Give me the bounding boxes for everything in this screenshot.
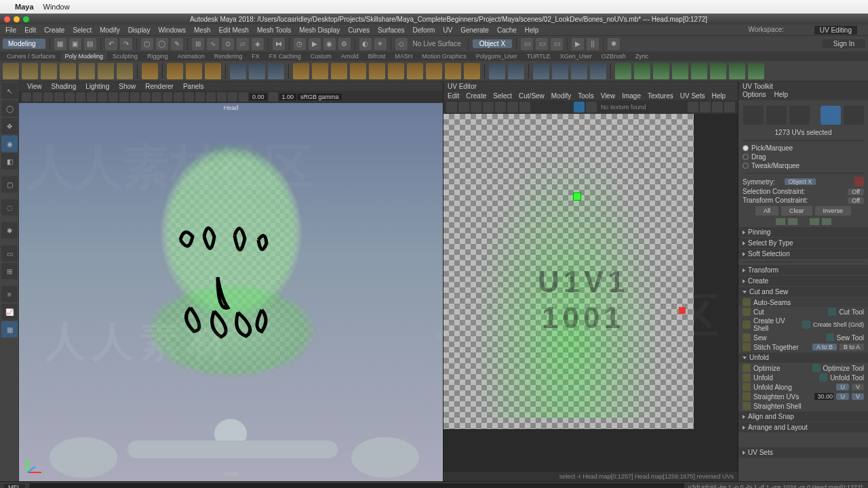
cuttool-icon[interactable] [828,308,836,316]
uv-tool-icon[interactable] [519,102,530,113]
shelf-tab-active[interactable]: Poly Modeling [61,52,108,60]
bridge-icon[interactable] [407,63,423,79]
vp-icon[interactable] [141,92,151,102]
uv-menu-uvsets[interactable]: UV Sets [680,92,705,100]
collapse-icon[interactable] [464,63,480,79]
select-clear-button[interactable]: Clear [781,206,812,216]
edge-mode-icon[interactable] [766,106,787,125]
open-scene-icon[interactable]: ▣ [69,38,81,50]
pick-radio[interactable] [743,145,749,151]
poly-superellipse-icon[interactable] [205,63,221,79]
tk-menu-options[interactable]: Options [743,91,766,100]
shelf-tab[interactable]: Motion Graphics [418,52,471,60]
shelf-tab[interactable]: Rendering [210,52,247,60]
atob-button[interactable]: A to B [812,344,837,350]
menu-uv[interactable]: UV [443,26,452,34]
toggle-3-icon[interactable]: ▭ [551,38,563,50]
select-all-button[interactable]: All [755,206,778,216]
uv-tool-icon[interactable] [471,102,481,113]
shelf-tab[interactable]: Rigging [143,52,172,60]
shelf-tab[interactable]: FX [248,52,264,60]
lasso-icon[interactable]: ◯ [156,38,168,50]
toggle-1-icon[interactable]: ▭ [521,38,533,50]
pause-icon[interactable]: || [587,38,599,50]
unfoldtool-icon[interactable] [819,373,827,382]
menu-select[interactable]: Select [73,26,92,34]
shelf-tab[interactable]: Zync [631,52,653,60]
poly-cube-icon[interactable] [22,63,38,79]
outliner-icon[interactable]: ≡ [1,286,18,302]
vp-icon[interactable] [22,92,31,102]
unfold-icon[interactable] [743,373,751,382]
shelf-tab[interactable]: Arnold [337,52,363,60]
uv-spherical-icon[interactable] [653,63,669,79]
mode-dropdown[interactable]: Modeling [3,39,45,49]
cutsew-section[interactable]: Cut and Sew [738,287,868,297]
select-tool-icon[interactable]: ↖ [1,83,18,99]
menu-help[interactable]: Help [525,26,539,34]
exposure-field[interactable]: 0.00 [250,94,267,100]
fill-hole-icon[interactable] [426,63,442,79]
alignsnap-section[interactable]: Align and Snap [738,411,868,422]
straightenshell-icon[interactable] [743,402,751,410]
uv-contour-icon[interactable] [691,63,707,79]
snap-point-icon[interactable]: ⊙ [222,38,234,50]
shelf-tab[interactable]: MASH [391,52,416,60]
uv-tool-icon[interactable] [483,102,494,113]
menu-meshdisplay[interactable]: Mesh Display [299,26,340,34]
menu-deform[interactable]: Deform [413,26,435,34]
snap-live-icon[interactable]: ◈ [252,38,264,50]
vp-icon[interactable] [119,92,129,102]
vp-icon[interactable] [87,92,96,102]
uv-tool-icon[interactable] [700,102,711,113]
menu-create[interactable]: Create [44,26,64,34]
uv-tool-icon[interactable] [688,102,698,113]
symmetry-dropdown[interactable]: Object X [785,178,816,185]
grow-icon[interactable] [776,218,785,225]
vp-icon[interactable] [269,92,278,102]
drag-radio[interactable] [743,154,749,160]
uv-planar-icon[interactable] [615,63,631,79]
sym-object-dropdown[interactable]: Object X [473,39,512,48]
uv-checker-toggle-icon[interactable] [574,102,585,113]
shelf-tab[interactable]: Polygons_User [472,52,521,60]
btoa-button[interactable]: B to A [840,344,864,350]
vp-icon[interactable] [76,92,85,102]
vp-icon[interactable] [130,92,140,102]
vp-icon[interactable] [239,92,248,102]
grow-shell-icon[interactable] [810,218,819,225]
shelf-tab[interactable]: Custom [307,52,336,60]
unfold-u-button[interactable]: U [836,384,849,390]
tweak-radio[interactable] [743,163,749,169]
uv-tool-icon[interactable] [724,102,735,113]
uv-menu-modify[interactable]: Modify [551,92,571,100]
uv-tool-icon[interactable] [586,102,597,113]
shelf-tab[interactable]: XGen_User [556,52,596,60]
ipr-icon[interactable]: ◉ [323,38,336,50]
autoseams-icon[interactable] [743,298,751,306]
shell-mode-icon[interactable] [844,106,864,125]
shelf-tab[interactable]: Sculpting [108,52,142,60]
uv-tool-icon[interactable] [446,102,457,113]
lasso-tool-icon[interactable]: ◯ [1,100,18,117]
uv-tool-icon[interactable] [458,102,469,113]
paint-select-icon[interactable]: ✎ [171,38,183,50]
insert-edge-icon[interactable] [533,63,549,79]
menu-generate[interactable]: Generate [460,26,489,34]
uv-menu-view[interactable]: View [601,92,616,100]
shelf-tab[interactable]: Bifrost [364,52,390,60]
vp-icon[interactable] [43,92,53,102]
mel-label[interactable]: MEL [4,484,25,489]
create-section[interactable]: Create [738,276,868,286]
vertex-mode-icon[interactable] [743,106,764,125]
boolean-int-icon[interactable] [350,63,366,79]
redo-icon[interactable]: ↷ [120,38,132,50]
symmetry-icon[interactable]: ⧓ [273,38,285,50]
menu-display[interactable]: Display [128,26,151,34]
vp-menu-show[interactable]: Show [119,83,136,90]
menu-file[interactable]: File [5,26,16,34]
toggle-2-icon[interactable]: ▭ [536,38,548,50]
command-input[interactable] [29,483,684,489]
uv-menu-edit[interactable]: Edit [448,92,459,100]
straighten-v-button[interactable]: V [852,393,864,400]
